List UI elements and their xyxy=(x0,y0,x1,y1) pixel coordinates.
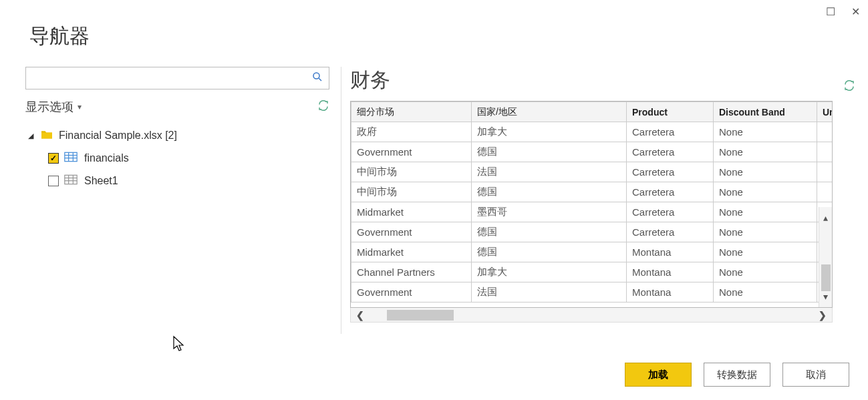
table-cell: Midmarket xyxy=(351,202,472,222)
column-header[interactable]: 国家/地区 xyxy=(472,102,627,122)
table-cell: 加拿大 xyxy=(472,262,627,282)
table-row[interactable]: Midmarket德国MontanaNone xyxy=(351,242,833,262)
folder-icon xyxy=(40,129,53,142)
refresh-icon[interactable] xyxy=(317,99,329,114)
table-cell: None xyxy=(714,122,817,142)
table-cell xyxy=(817,122,833,142)
table-row[interactable]: 中间市场德国CarreteraNone xyxy=(351,182,833,202)
search-input[interactable] xyxy=(31,73,311,83)
sheet-icon xyxy=(64,174,78,188)
table-cell: None xyxy=(714,282,817,303)
svg-line-1 xyxy=(319,78,321,81)
table-cell: Carretera xyxy=(627,162,714,182)
scroll-down-icon[interactable]: ▾ xyxy=(823,291,828,302)
table-cell: None xyxy=(714,182,817,202)
table-cell: Government xyxy=(351,222,472,242)
table-cell xyxy=(817,182,833,202)
table-cell: Midmarket xyxy=(351,242,472,262)
table-cell: None xyxy=(714,262,817,282)
mouse-cursor-icon xyxy=(172,335,186,355)
table-cell: Government xyxy=(351,142,472,162)
table-cell: Government xyxy=(351,282,472,303)
svg-rect-7 xyxy=(65,175,77,184)
table-cell: 中间市场 xyxy=(351,162,472,182)
table-cell: Montana xyxy=(627,262,714,282)
table-row[interactable]: Government德国CarreteraNone xyxy=(351,222,833,242)
table-cell: Montana xyxy=(627,242,714,262)
display-options-dropdown[interactable]: 显示选项 ▾ xyxy=(25,99,82,115)
table-row[interactable]: 政府加拿大CarreteraNone xyxy=(351,122,833,142)
tree-item-label: financials xyxy=(84,152,129,164)
table-icon xyxy=(64,152,78,165)
column-header[interactable]: Product xyxy=(627,102,714,122)
table-cell: Montana xyxy=(627,282,714,303)
scroll-thumb[interactable] xyxy=(821,264,831,291)
table-row[interactable]: Midmarket墨西哥CarreteraNone xyxy=(351,202,833,222)
search-box[interactable] xyxy=(25,67,329,89)
scroll-right-icon[interactable]: ❯ xyxy=(819,310,827,321)
table-cell: None xyxy=(714,202,817,222)
table-row[interactable]: 中间市场法国CarreteraNone xyxy=(351,162,833,182)
tree-item-sheet1[interactable]: Sheet1 xyxy=(25,170,329,192)
load-button[interactable]: 加载 xyxy=(625,363,692,387)
table-cell: Carretera xyxy=(627,142,714,162)
pane-divider xyxy=(341,67,341,334)
preview-title: 财务 xyxy=(350,67,390,94)
table-cell: Channel Partners xyxy=(351,262,472,282)
table-header-row: 细分市场 国家/地区 Product Discount Band Uni xyxy=(351,102,833,122)
table-cell: Carretera xyxy=(627,122,714,142)
column-header[interactable]: Discount Band xyxy=(714,102,817,122)
table-cell: 法国 xyxy=(472,282,627,303)
checkbox-unchecked-icon[interactable] xyxy=(48,176,59,186)
preview-table: 细分市场 国家/地区 Product Discount Band Uni 政府加… xyxy=(350,101,833,308)
table-cell: Carretera xyxy=(627,202,714,222)
table-cell: Carretera xyxy=(627,222,714,242)
svg-rect-2 xyxy=(65,152,77,161)
chevron-down-icon: ▾ xyxy=(78,102,82,112)
cancel-button[interactable]: 取消 xyxy=(782,363,849,387)
horizontal-scrollbar[interactable]: ❮ ❯ xyxy=(350,308,833,323)
table-cell xyxy=(817,162,833,182)
table-cell: None xyxy=(714,142,817,162)
table-cell: 墨西哥 xyxy=(472,202,627,222)
transform-data-button[interactable]: 转换数据 xyxy=(704,363,770,387)
search-icon[interactable] xyxy=(311,71,323,85)
tree-item-label: Sheet1 xyxy=(84,175,118,187)
table-cell: 德国 xyxy=(472,222,627,242)
close-button[interactable]: ✕ xyxy=(851,5,860,18)
column-header[interactable]: Uni xyxy=(817,102,833,122)
table-cell: 加拿大 xyxy=(472,122,627,142)
scroll-thumb[interactable] xyxy=(387,310,454,321)
table-cell: 政府 xyxy=(351,122,472,142)
scroll-up-icon[interactable]: ▴ xyxy=(823,212,828,223)
table-cell: 德国 xyxy=(472,142,627,162)
table-cell xyxy=(817,142,833,162)
table-cell: None xyxy=(714,162,817,182)
checkbox-checked-icon[interactable] xyxy=(48,153,59,164)
table-row[interactable]: Government法国MontanaNone xyxy=(351,282,833,303)
table-cell: 德国 xyxy=(472,242,627,262)
display-options-label: 显示选项 xyxy=(25,99,74,115)
scroll-left-icon[interactable]: ❮ xyxy=(356,310,364,321)
table-row[interactable]: Channel Partners加拿大MontanaNone xyxy=(351,262,833,282)
table-cell: None xyxy=(714,222,817,242)
table-cell: 法国 xyxy=(472,162,627,182)
refresh-preview-icon[interactable] xyxy=(843,79,855,94)
maximize-button[interactable]: ☐ xyxy=(826,5,835,18)
collapse-icon[interactable]: ◢ xyxy=(28,132,37,140)
dialog-title: 导航器 xyxy=(29,23,90,50)
tree-item-financials[interactable]: financials xyxy=(25,147,329,170)
tree-root-label: Financial Sample.xlsx [2] xyxy=(59,130,177,142)
table-cell: Carretera xyxy=(627,182,714,202)
table-cell: 中间市场 xyxy=(351,182,472,202)
table-cell: 德国 xyxy=(472,182,627,202)
tree-root-file[interactable]: ◢ Financial Sample.xlsx [2] xyxy=(25,124,329,147)
vertical-scrollbar[interactable]: ▴ ▾ xyxy=(819,207,832,307)
table-row[interactable]: Government德国CarreteraNone xyxy=(351,142,833,162)
column-header[interactable]: 细分市场 xyxy=(351,102,472,122)
table-cell: None xyxy=(714,242,817,262)
svg-point-0 xyxy=(313,73,319,79)
